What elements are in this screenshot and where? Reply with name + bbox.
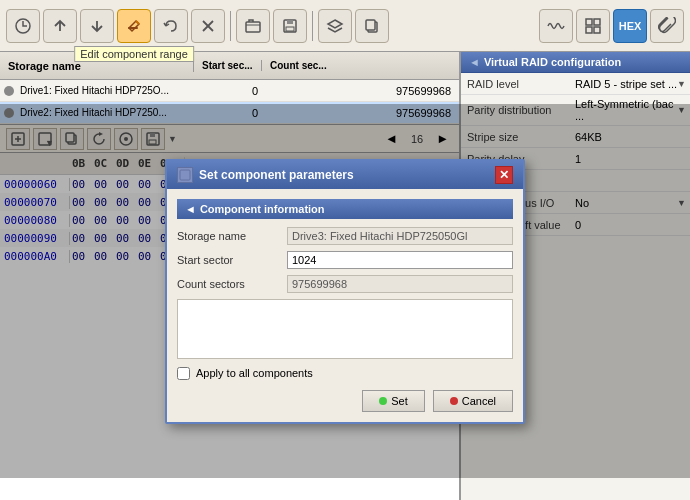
paperclip-button[interactable] [650, 9, 684, 43]
up-button[interactable] [43, 9, 77, 43]
right-header-arrow: ◄ [469, 56, 480, 68]
config-label: RAID level [461, 75, 571, 93]
modal-icon [177, 167, 193, 183]
apply-all-label: Apply to all components [196, 367, 313, 379]
apply-all-checkbox[interactable] [177, 367, 190, 380]
apply-all-row: Apply to all components [177, 367, 513, 380]
section-title: Component information [200, 203, 325, 215]
cancel-label: Cancel [462, 395, 496, 407]
storage-name-cell: Drive1: Fixed Hitachi HDP725O... [18, 85, 198, 96]
start-sector-input[interactable] [287, 251, 513, 269]
start-sector-cell: 0 [198, 85, 266, 97]
count-sectors-row: Count sectors [177, 275, 513, 293]
edit-component-range-button[interactable]: Edit component range [117, 9, 151, 43]
right-panel-title: Virtual RAID configuration [484, 56, 621, 68]
config-value[interactable]: RAID 5 - stripe set ... ▼ [571, 75, 690, 93]
config-dropdown-arrow[interactable]: ▼ [677, 79, 686, 89]
hex-label: HEX [619, 20, 642, 32]
main-toolbar: Edit component range HEX [0, 0, 690, 52]
notes-area[interactable] [177, 299, 513, 359]
count-sectors-label: Count sectors [177, 278, 287, 290]
start-sector-row: Start sector [177, 251, 513, 269]
svg-rect-12 [586, 27, 592, 33]
svg-rect-23 [180, 170, 190, 180]
storage-name-input[interactable] [287, 227, 513, 245]
modal-overlay: Set component parameters ✕ ◄ Component i… [0, 104, 690, 478]
set-button[interactable]: Set [362, 390, 425, 412]
cancel-icon [450, 397, 458, 405]
section-arrow: ◄ [185, 203, 196, 215]
sep2 [312, 11, 313, 41]
layers-button[interactable] [318, 9, 352, 43]
start-sector-label: Start sector [177, 254, 287, 266]
grid-button[interactable] [576, 9, 610, 43]
down-button[interactable] [80, 9, 114, 43]
right-panel-header: ◄ Virtual RAID configuration [461, 52, 690, 73]
svg-rect-11 [594, 19, 600, 25]
set-icon [379, 397, 387, 405]
refresh-button[interactable] [6, 9, 40, 43]
svg-rect-4 [246, 22, 260, 32]
set-label: Set [391, 395, 408, 407]
save-button[interactable] [273, 9, 307, 43]
storage-name-label: Storage name [177, 230, 287, 242]
waveform-button[interactable] [539, 9, 573, 43]
row-indicator [4, 86, 14, 96]
modal-close-button[interactable]: ✕ [495, 166, 513, 184]
modal-titlebar: Set component parameters ✕ [167, 161, 523, 189]
svg-rect-6 [287, 20, 293, 24]
svg-rect-13 [594, 27, 600, 33]
modal-dialog: Set component parameters ✕ ◄ Component i… [165, 159, 525, 424]
hex-mode-button[interactable]: HEX [613, 9, 647, 43]
storage-name-row: Storage name [177, 227, 513, 245]
section-header: ◄ Component information [177, 199, 513, 219]
table-header: Storage name Start sec... Count sec... [0, 52, 459, 80]
modal-body: ◄ Component information Storage name Sta… [167, 189, 523, 422]
config-row-raid-level: RAID level RAID 5 - stripe set ... ▼ [461, 73, 690, 95]
button-row: Set Cancel [177, 390, 513, 412]
open-file-button[interactable] [236, 9, 270, 43]
tooltip: Edit component range [74, 46, 194, 62]
svg-rect-10 [586, 19, 592, 25]
table-row[interactable]: Drive1: Fixed Hitachi HDP725O... 0 97569… [0, 80, 459, 102]
config-value-text: RAID 5 - stripe set ... [575, 78, 677, 90]
count-sector-header: Count sec... [262, 60, 459, 71]
copy-button[interactable] [355, 9, 389, 43]
undo-button[interactable] [154, 9, 188, 43]
modal-title-left: Set component parameters [177, 167, 354, 183]
modal-title: Set component parameters [199, 168, 354, 182]
close-button[interactable] [191, 9, 225, 43]
svg-rect-7 [286, 27, 294, 31]
main-area: Storage name Start sec... Count sec... D… [0, 52, 690, 500]
start-sector-header: Start sec... [194, 60, 262, 71]
svg-rect-9 [366, 20, 375, 30]
count-sector-cell: 975699968 [266, 85, 459, 97]
sep1 [230, 11, 231, 41]
count-sectors-input[interactable] [287, 275, 513, 293]
cancel-button[interactable]: Cancel [433, 390, 513, 412]
